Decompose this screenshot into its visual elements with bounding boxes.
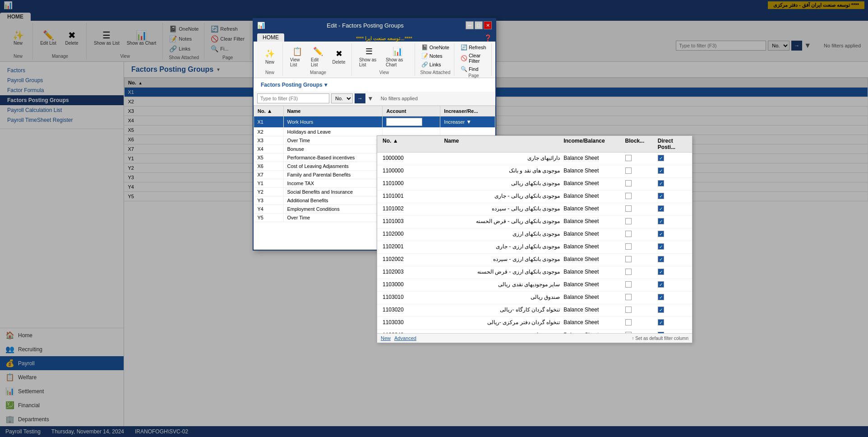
- dropdown-cell-no: 1101003: [381, 217, 442, 227]
- dropdown-row[interactable]: 1102002 موجودی بانکهای ارزی - سپرده Bala…: [377, 254, 692, 266]
- dropdown-row[interactable]: 1101003 موجودی بانکهای ریالی - قرض الحسن…: [377, 216, 692, 228]
- block-checkbox[interactable]: [625, 155, 632, 161]
- modal-col-increaser[interactable]: Increaser/Re...: [440, 106, 495, 116]
- modal-filter-select[interactable]: No.: [331, 93, 353, 103]
- dropdown-cell-block: [623, 255, 656, 265]
- direct-checkbox[interactable]: ✓: [658, 218, 664, 224]
- dropdown-cell-income: Balance Sheet: [562, 318, 623, 328]
- account-input[interactable]: [386, 118, 422, 126]
- dropdown-new-link[interactable]: New: [381, 335, 391, 341]
- dropdown-row[interactable]: 1103030 تنخواه گردان دفتر مرکزی -ریالی B…: [377, 317, 692, 330]
- block-checkbox[interactable]: [625, 319, 632, 325]
- modal-onenote-button[interactable]: 📓 OneNote: [420, 43, 451, 51]
- dropdown-row[interactable]: 1103000 سایر موجودیهای نقدی ریالی Balanc…: [377, 279, 692, 292]
- block-checkbox[interactable]: [625, 269, 632, 275]
- direct-checkbox[interactable]: ✓: [658, 155, 664, 161]
- direct-checkbox[interactable]: ✓: [658, 281, 664, 288]
- modal-delete-button[interactable]: ✖ Delete: [329, 47, 349, 66]
- modal-group-attached: 📓 OneNote 📝 Notes 🔗 Links Show Attached: [417, 43, 454, 76]
- dropdown-row[interactable]: 1102001 موجودی بانکهای ارزی - جاری Balan…: [377, 241, 692, 254]
- modal-clear-filter-icon: 🚫: [461, 55, 467, 61]
- modal-col-account[interactable]: Account: [383, 106, 440, 116]
- cell-name: Work Hours: [283, 116, 383, 128]
- modal-edit-list-button[interactable]: ✏️ Edit List: [308, 45, 328, 69]
- direct-checkbox[interactable]: ✓: [658, 269, 664, 275]
- block-checkbox[interactable]: [625, 231, 632, 237]
- dropdown-cell-block: [623, 306, 656, 315]
- direct-checkbox[interactable]: ✓: [658, 231, 664, 237]
- direct-checkbox[interactable]: ✓: [658, 307, 664, 313]
- direct-checkbox[interactable]: ✓: [658, 193, 664, 199]
- modal-new-button[interactable]: ✨ New: [260, 47, 280, 66]
- block-checkbox[interactable]: [625, 243, 632, 250]
- modal-company-name: **** توسعه صنعت ایرا...****: [356, 36, 412, 42]
- block-checkbox[interactable]: [625, 307, 632, 313]
- dropdown-row[interactable]: 1102000 موجودی بانکهای ارزی Balance Shee…: [377, 228, 692, 241]
- modal-clear-filter-button[interactable]: 🚫 Clear Filter: [459, 52, 489, 65]
- dropdown-cell-income: Balance Sheet: [562, 217, 623, 227]
- block-checkbox[interactable]: [625, 193, 632, 199]
- dropdown-cell-direct: ✓: [656, 255, 688, 265]
- modal-filter-input[interactable]: [257, 93, 329, 103]
- dropdown-row[interactable]: 1000000 دارائیهای جاری Balance Sheet ✓: [377, 153, 692, 165]
- modal-maximize-button[interactable]: □: [475, 21, 483, 29]
- direct-checkbox[interactable]: ✓: [658, 294, 664, 300]
- table-row[interactable]: X1Work HoursIncreaser ▼: [254, 116, 495, 128]
- block-checkbox[interactable]: [625, 180, 632, 186]
- direct-checkbox[interactable]: ✓: [658, 180, 664, 186]
- modal-close-button[interactable]: ✕: [484, 21, 492, 29]
- dropdown-row[interactable]: 1101001 موجودی بانکهای ریالی - جاری Bala…: [377, 191, 692, 203]
- cell-name: Family and Parental Benefits: [283, 171, 383, 179]
- modal-find-button[interactable]: 🔍 Find: [459, 65, 480, 73]
- direct-checkbox[interactable]: ✓: [658, 243, 664, 250]
- modal-tab-home[interactable]: HOME: [257, 33, 284, 42]
- dropdown-footer: New Advanced ↑ Set as default filter col…: [377, 333, 692, 343]
- modal-show-as-chart-button[interactable]: 📊 Show as Chart: [383, 45, 412, 69]
- modal-title-dropdown-arrow[interactable]: ▾: [324, 82, 327, 88]
- direct-checkbox[interactable]: ✓: [658, 319, 664, 325]
- block-checkbox[interactable]: [625, 218, 632, 224]
- cell-no: Y5: [254, 214, 284, 222]
- cell-account[interactable]: [383, 116, 440, 128]
- cell-name: Over Time: [283, 214, 383, 222]
- modal-filter-bar: No. → ▼ No filters applied: [254, 92, 495, 106]
- dropdown-row[interactable]: 1102003 موجودی بانکهای ارزی - قرض الحسنه…: [377, 266, 692, 279]
- modal-refresh-button[interactable]: 🔄 Refresh: [459, 43, 488, 51]
- dropdown-cell-name: تنخواه گردان دفتر مرکزی -ریالی: [442, 318, 562, 328]
- dropdown-cell-direct: ✓: [656, 217, 688, 227]
- modal-filter-arrow[interactable]: →: [355, 93, 365, 103]
- dropdown-row[interactable]: 1100000 موجودی های نقد و بانک Balance Sh…: [377, 165, 692, 178]
- block-checkbox[interactable]: [625, 167, 632, 174]
- dropdown-advanced-link[interactable]: Advanced: [394, 335, 416, 341]
- dropdown-row[interactable]: 1101000 موجودی بانکهای ریالی Balance She…: [377, 178, 692, 191]
- modal-show-as-list-button[interactable]: ☰ Show as List: [356, 45, 382, 69]
- dropdown-set-default[interactable]: ↑ Set as default filter column: [632, 336, 688, 341]
- modal-group-view: ☰ Show as List 📊 Show as Chart View: [354, 43, 415, 76]
- dropdown-cell-income: Balance Sheet: [562, 179, 623, 189]
- block-checkbox[interactable]: [625, 256, 632, 262]
- block-checkbox[interactable]: [625, 294, 632, 300]
- modal-onenote-icon: 📓: [421, 44, 428, 51]
- dropdown-row[interactable]: 1101002 موجودی بانکهای ریالی - سپرده Bal…: [377, 203, 692, 216]
- modal-col-no[interactable]: No. ▲: [254, 106, 284, 116]
- dropdown-row[interactable]: 1103010 صندوق ریالی Balance Sheet ✓: [377, 292, 692, 304]
- dropdown-row[interactable]: 1103020 تنخواه گردان کارگاه -ریالی Balan…: [377, 304, 692, 317]
- modal-col-name[interactable]: Name: [283, 106, 383, 116]
- direct-checkbox[interactable]: ✓: [658, 256, 664, 262]
- dropdown-row[interactable]: 1103040 وجوه در راه Balance Sheet ✓: [377, 330, 692, 333]
- block-checkbox[interactable]: [625, 281, 632, 288]
- cell-account: [383, 128, 440, 136]
- modal-notes-button[interactable]: 📝 Notes: [420, 52, 444, 60]
- table-row[interactable]: X2Holidays and Leave: [254, 128, 495, 136]
- modal-filter-dropdown[interactable]: ▼: [367, 95, 374, 102]
- modal-view-list-button[interactable]: 📋 View List: [287, 45, 307, 69]
- block-checkbox[interactable]: [625, 205, 632, 212]
- direct-checkbox[interactable]: ✓: [658, 205, 664, 212]
- direct-checkbox[interactable]: ✓: [658, 167, 664, 174]
- block-checkbox[interactable]: [625, 332, 632, 333]
- direct-checkbox[interactable]: ✓: [658, 332, 664, 333]
- modal-help-icon[interactable]: ❓: [484, 34, 492, 42]
- modal-minimize-button[interactable]: ─: [466, 21, 474, 29]
- modal-links-button[interactable]: 🔗 Links: [420, 60, 443, 69]
- dropdown-cell-no: 1103020: [381, 306, 442, 315]
